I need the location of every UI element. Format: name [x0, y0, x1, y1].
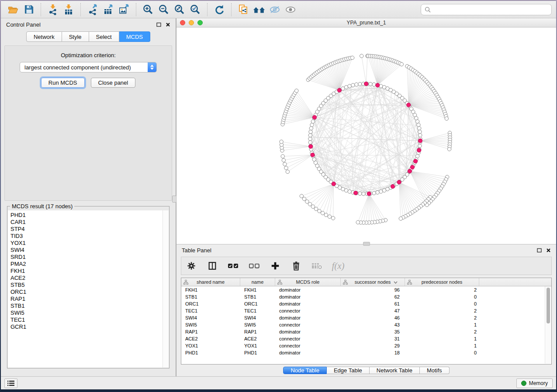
- mcds-node[interactable]: [414, 159, 418, 163]
- network-leaf-node[interactable]: [281, 155, 284, 158]
- tab-node-table[interactable]: Node Table: [283, 367, 327, 374]
- network-leaf-node[interactable]: [308, 203, 311, 206]
- export-network-icon[interactable]: [85, 3, 100, 17]
- network-leaf-node[interactable]: [295, 89, 298, 93]
- network-leaf-node[interactable]: [318, 209, 321, 213]
- close-panel-icon[interactable]: [166, 22, 170, 27]
- mcds-node[interactable]: [410, 165, 414, 169]
- vertical-splitter-handle[interactable]: [172, 196, 176, 203]
- network-leaf-node[interactable]: [328, 215, 331, 218]
- sort-caret-icon[interactable]: [394, 281, 398, 284]
- network-node[interactable]: [355, 83, 358, 86]
- duplicate-network-icon[interactable]: [235, 3, 251, 17]
- mcds-node-item[interactable]: PMA2: [10, 261, 169, 268]
- mcds-node-item[interactable]: FKH1: [10, 268, 169, 275]
- network-leaf-node[interactable]: [305, 200, 309, 203]
- network-node[interactable]: [358, 82, 362, 86]
- network-node[interactable]: [419, 134, 422, 137]
- mcds-node-item[interactable]: SWI4: [10, 247, 169, 254]
- network-node[interactable]: [348, 190, 351, 193]
- show-columns-icon[interactable]: [207, 259, 218, 272]
- network-leaf-node[interactable]: [280, 140, 283, 144]
- column-header-successor-nodes[interactable]: successor nodes: [341, 278, 405, 286]
- network-node[interactable]: [382, 189, 386, 192]
- table-row[interactable]: PHD1PHD1dominator180: [181, 349, 545, 356]
- tab-edge-table[interactable]: Edge Table: [327, 367, 370, 374]
- open-file-icon[interactable]: [5, 3, 21, 17]
- network-node[interactable]: [372, 83, 376, 86]
- float-panel-icon[interactable]: [156, 22, 161, 27]
- table-row[interactable]: STB1STB1dominator620: [181, 293, 545, 300]
- mcds-node-item[interactable]: STB1: [10, 303, 169, 309]
- zoom-in-icon[interactable]: [140, 3, 156, 17]
- network-node[interactable]: [379, 190, 383, 193]
- mcds-node-item[interactable]: STB5: [10, 282, 169, 289]
- mcds-node[interactable]: [354, 191, 358, 195]
- mcds-node[interactable]: [337, 88, 341, 92]
- network-leaf-node[interactable]: [300, 194, 303, 198]
- table-scrollbar-thumb[interactable]: [547, 288, 550, 323]
- mcds-node-item[interactable]: GCR1: [10, 323, 169, 330]
- deselect-all-icon[interactable]: [249, 259, 260, 272]
- horizontal-splitter-handle[interactable]: [363, 242, 370, 246]
- network-leaf-node[interactable]: [350, 56, 354, 59]
- network-node[interactable]: [415, 120, 419, 123]
- network-leaf-node[interactable]: [283, 162, 287, 166]
- network-leaf-node[interactable]: [399, 217, 402, 220]
- network-leaf-node[interactable]: [314, 207, 318, 210]
- search-field[interactable]: [421, 4, 552, 15]
- mcds-node-item[interactable]: ORC1: [10, 289, 169, 296]
- memory-button[interactable]: Memory: [516, 378, 553, 388]
- network-node[interactable]: [362, 192, 365, 196]
- close-table-panel-icon[interactable]: [546, 248, 551, 253]
- network-node[interactable]: [309, 130, 312, 134]
- network-leaf-node[interactable]: [286, 170, 289, 173]
- first-neighbors-icon[interactable]: [251, 3, 267, 17]
- mcds-node-item[interactable]: CAR1: [10, 219, 169, 226]
- table-row[interactable]: ORC1ORC1dominator610: [181, 300, 545, 307]
- mcds-list-scrollbar[interactable]: [163, 210, 169, 368]
- table-row[interactable]: SWI4SWI4dominator462: [181, 314, 545, 321]
- mcds-node[interactable]: [311, 153, 315, 157]
- zoom-fit-icon[interactable]: [172, 3, 187, 17]
- mcds-node[interactable]: [417, 148, 421, 152]
- network-node[interactable]: [369, 82, 372, 86]
- network-node[interactable]: [418, 144, 422, 148]
- export-table-icon[interactable]: [100, 3, 116, 17]
- table-row[interactable]: ACE2ACE2connector311: [181, 335, 545, 342]
- mcds-node-item[interactable]: RAP1: [10, 296, 169, 303]
- network-node[interactable]: [308, 134, 312, 137]
- settings-gear-icon[interactable]: [186, 259, 197, 272]
- network-canvas[interactable]: [176, 28, 556, 244]
- tab-network[interactable]: Network: [26, 31, 62, 42]
- mcds-node[interactable]: [309, 144, 313, 148]
- column-header-shared-name[interactable]: shared name: [181, 278, 240, 286]
- mcds-node[interactable]: [418, 139, 422, 143]
- table-row[interactable]: RAP1RAP1dominator352: [181, 328, 545, 335]
- network-leaf-node[interactable]: [311, 205, 315, 208]
- network-leaf-node[interactable]: [445, 117, 448, 120]
- network-leaf-node[interactable]: [324, 213, 328, 217]
- network-leaf-node[interactable]: [360, 54, 363, 58]
- window-close-icon[interactable]: [180, 20, 185, 25]
- mcds-node[interactable]: [407, 103, 411, 107]
- mcds-node[interactable]: [364, 82, 368, 86]
- show-all-icon[interactable]: [283, 3, 298, 17]
- network-node[interactable]: [308, 141, 312, 144]
- zoom-selected-icon[interactable]: [187, 3, 203, 17]
- network-leaf-node[interactable]: [321, 211, 324, 215]
- tab-select[interactable]: Select: [89, 31, 119, 42]
- network-node[interactable]: [344, 86, 348, 89]
- mcds-node[interactable]: [397, 180, 401, 184]
- network-node[interactable]: [376, 191, 379, 194]
- network-leaf-node[interactable]: [302, 197, 306, 200]
- window-minimize-icon[interactable]: [189, 20, 194, 25]
- optimization-criterion-select[interactable]: largest connected component (undirected): [20, 62, 157, 72]
- network-node[interactable]: [417, 123, 420, 127]
- network-leaf-node[interactable]: [400, 62, 403, 66]
- mcds-node-item[interactable]: TEC1: [10, 316, 169, 323]
- search-input[interactable]: [433, 6, 548, 13]
- mcds-node-item[interactable]: SRD1: [10, 254, 169, 261]
- column-header-mcds-role[interactable]: MCDS role: [275, 278, 341, 286]
- import-table-icon[interactable]: [61, 3, 76, 17]
